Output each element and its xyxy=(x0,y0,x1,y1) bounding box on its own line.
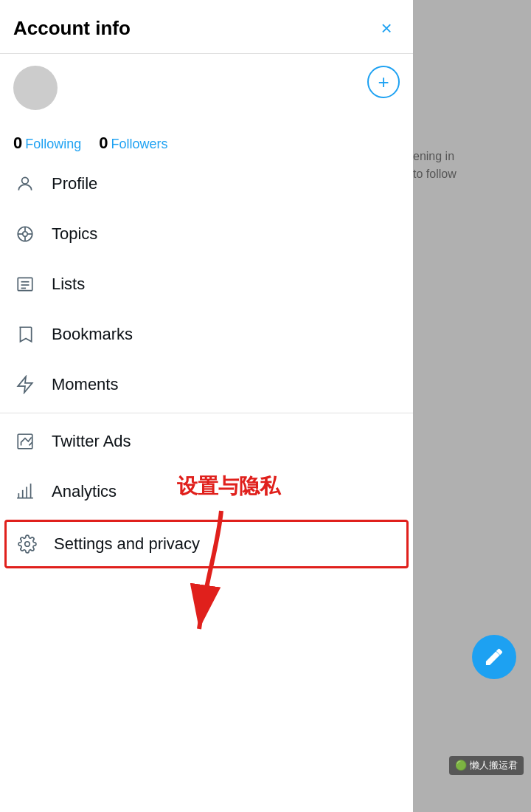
menu-item-profile[interactable]: Profile xyxy=(0,159,413,209)
menu-item-bookmarks[interactable]: Bookmarks xyxy=(0,309,413,359)
menu-divider xyxy=(0,413,413,413)
compose-fab-button[interactable] xyxy=(472,635,516,679)
wechat-watermark: 🟢 懒人搬运君 xyxy=(449,756,524,775)
menu-item-twitter-ads[interactable]: Twitter Ads xyxy=(0,416,413,467)
menu-item-moments[interactable]: Moments xyxy=(0,359,413,410)
followers-stat[interactable]: 0 Followers xyxy=(99,134,167,153)
menu-label-analytics: Analytics xyxy=(52,482,117,501)
profile-area: + xyxy=(0,54,413,128)
menu-label-topics: Topics xyxy=(52,224,97,244)
add-account-button[interactable]: + xyxy=(367,66,400,98)
menu-item-lists[interactable]: Lists xyxy=(0,259,413,309)
drawer-title: Account info xyxy=(13,17,131,40)
close-button[interactable]: × xyxy=(373,15,400,41)
settings-icon xyxy=(15,532,39,556)
background-text: ening in to follow xyxy=(413,148,516,183)
followers-label: Followers xyxy=(111,137,168,152)
menu-label-profile: Profile xyxy=(52,174,97,193)
menu-label-twitter-ads: Twitter Ads xyxy=(52,432,131,451)
following-label: Following xyxy=(25,137,81,152)
analytics-icon xyxy=(13,480,37,503)
menu-label-moments: Moments xyxy=(52,375,118,394)
avatar xyxy=(13,66,58,110)
svg-rect-11 xyxy=(18,434,32,449)
followers-count: 0 xyxy=(99,134,108,153)
menu-item-topics[interactable]: Topics xyxy=(0,209,413,259)
side-drawer: Account info × + 0 Following 0 Followers… xyxy=(0,0,413,812)
stats-row: 0 Following 0 Followers xyxy=(0,128,413,159)
topics-icon xyxy=(13,222,37,246)
svg-point-18 xyxy=(25,542,30,547)
menu-list: Profile Topics Lists Bookmarks xyxy=(0,159,413,812)
bookmarks-icon xyxy=(13,323,37,346)
lists-icon xyxy=(13,272,37,296)
ads-icon xyxy=(13,430,37,453)
following-count: 0 xyxy=(13,134,22,153)
menu-item-settings[interactable]: Settings and privacy xyxy=(4,520,409,568)
menu-label-settings: Settings and privacy xyxy=(54,534,200,554)
svg-point-0 xyxy=(22,177,29,184)
following-stat[interactable]: 0 Following xyxy=(13,134,81,153)
drawer-header: Account info × xyxy=(0,0,413,54)
person-icon xyxy=(13,172,37,196)
menu-label-bookmarks: Bookmarks xyxy=(52,325,133,344)
menu-label-lists: Lists xyxy=(52,275,85,294)
moments-icon xyxy=(13,373,37,396)
menu-item-analytics[interactable]: Analytics xyxy=(0,467,413,517)
svg-point-2 xyxy=(23,232,28,237)
